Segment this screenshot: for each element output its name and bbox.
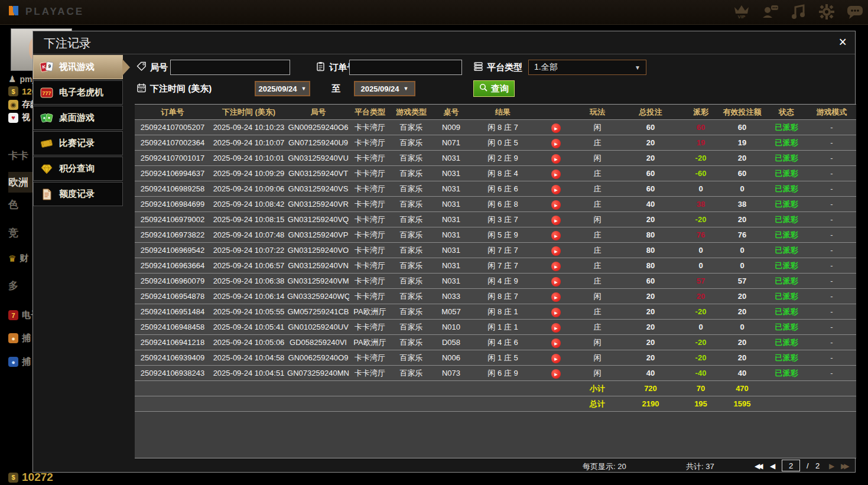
tab-slots-label: 电子老虎机	[59, 87, 103, 98]
bg-nav-fishing-icon: ●	[8, 333, 18, 343]
tab-match-records[interactable]: 比赛记录	[33, 131, 123, 155]
result-cell: 闲 8 庄 4	[470, 166, 535, 181]
last-page-button[interactable]: ▶▶	[841, 462, 847, 470]
search-icon	[479, 83, 488, 94]
game-mode-cell: -	[807, 151, 856, 165]
tab-table-games[interactable]: 桌面游戏	[33, 106, 123, 130]
table-row: 2509241069382432025-09-24 10:04:51GN0732…	[135, 366, 856, 381]
total-bet-cell: 20	[618, 212, 683, 227]
date-to-select[interactable]: 2025/09/24 ▼	[354, 81, 415, 96]
slot-icon: 777	[40, 86, 54, 99]
bg-balance-bottom-label: 10272	[22, 471, 53, 484]
result-cell: 闲 5 庄 9	[470, 227, 535, 242]
empty-cell	[432, 381, 470, 396]
chat-bubble-icon[interactable]	[846, 2, 864, 21]
next-page-button[interactable]: ▶	[829, 462, 834, 470]
tab-match-records-label: 比赛记录	[59, 138, 95, 149]
settings-gear-icon[interactable]	[817, 2, 836, 21]
bg-nav-fishing: ●捕	[8, 333, 31, 344]
music-icon[interactable]	[789, 2, 808, 21]
bet-time-filter-label: 下注时间 (美东)	[136, 81, 212, 96]
play-video-button[interactable]: ▶	[551, 246, 561, 256]
bet-side-cell: 庄	[577, 274, 618, 288]
game-type-cell: 百家乐	[391, 151, 432, 165]
play-video-button[interactable]: ▶	[551, 292, 561, 302]
play-video-button[interactable]: ▶	[551, 369, 561, 379]
tab-points-query[interactable]: 积分查询	[33, 157, 123, 181]
support-chat-icon[interactable]	[760, 2, 779, 21]
total-row-payout: 195	[683, 396, 719, 411]
play-video-button[interactable]: ▶	[551, 216, 561, 225]
game-type-cell: 百家乐	[391, 335, 432, 350]
play-video-button[interactable]: ▶	[551, 123, 561, 133]
play-cell: ▶	[535, 350, 577, 365]
play-video-button[interactable]: ▶	[551, 154, 561, 164]
bg-nav-color: 色	[8, 198, 18, 211]
play-video-button[interactable]: ▶	[551, 262, 561, 271]
round-filter-label: 局号	[136, 60, 168, 75]
play-video-button[interactable]: ▶	[551, 323, 561, 333]
play-video-button[interactable]: ▶	[551, 170, 561, 179]
bg-nav-europe: 欧洲	[8, 172, 34, 193]
column-header: 局号	[287, 105, 349, 119]
time-cell: 2025-09-24 10:05:55	[210, 304, 287, 319]
empty-cell	[470, 396, 535, 411]
tab-quota-records[interactable]: 额度记录	[33, 182, 123, 206]
bet-side-cell: 庄	[577, 135, 618, 150]
status-badge: 已派彩	[766, 335, 807, 350]
play-video-button[interactable]: ▶	[551, 354, 561, 363]
page-input[interactable]	[782, 460, 800, 471]
time-cell: 2025-09-24 10:10:01	[210, 151, 287, 165]
play-video-button[interactable]: ▶	[551, 185, 561, 194]
play-video-button[interactable]: ▶	[551, 338, 561, 348]
play-video-button[interactable]: ▶	[551, 277, 561, 287]
empty-cell	[535, 381, 577, 396]
platform-select[interactable]: 1.全部 ▼	[528, 60, 646, 75]
tab-slots[interactable]: 777电子老虎机	[33, 80, 123, 105]
column-header	[535, 105, 577, 119]
table-row: 2509241069946372025-09-24 10:09:29GN0312…	[135, 166, 856, 181]
bg-nav-fishing-label: 捕	[22, 333, 31, 344]
order-cell: 250924106979002	[135, 212, 210, 227]
ticket-icon	[40, 137, 54, 150]
game-mode-cell: -	[807, 366, 856, 380]
play-cell: ▶	[535, 151, 577, 165]
column-header: 有效投注额	[719, 105, 766, 119]
game-type-cell: 百家乐	[391, 227, 432, 242]
date-from-select[interactable]: 2025/09/24 ▼	[255, 81, 310, 96]
bet-side-cell: 庄	[577, 166, 618, 181]
play-video-button[interactable]: ▶	[551, 231, 561, 240]
platform-cell: 卡卡湾厅	[349, 366, 391, 380]
tab-video-games[interactable]: K9视讯游戏	[33, 55, 123, 79]
first-page-button[interactable]: ◀◀	[755, 462, 760, 470]
valid-bet-cell: 60	[719, 120, 766, 135]
status-badge: 已派彩	[766, 258, 807, 273]
order-input[interactable]	[349, 60, 462, 75]
modal-sidebar-tabs: K9视讯游戏777电子老虎机桌面游戏比赛记录积分查询额度记录	[33, 55, 123, 207]
total-row-total-bet: 2190	[618, 396, 683, 411]
close-icon[interactable]: ×	[839, 34, 847, 50]
valid-bet-cell: 19	[719, 135, 766, 150]
table-no-cell: D058	[432, 335, 470, 350]
empty-cell	[135, 396, 210, 411]
search-button[interactable]: 查询	[473, 80, 515, 97]
game-type-cell: 百家乐	[391, 243, 432, 258]
platform-cell: 卡卡湾厅	[349, 181, 391, 196]
game-mode-cell: -	[807, 243, 856, 258]
result-cell: 闲 4 庄 9	[470, 274, 535, 288]
gem-icon	[40, 162, 54, 175]
round-input[interactable]	[170, 60, 290, 75]
platform-filter-label: 平台类型	[473, 60, 522, 75]
prev-page-button[interactable]: ◀	[770, 462, 775, 470]
vip-icon[interactable]: VIP	[732, 2, 751, 21]
column-header: 玩法	[577, 105, 618, 119]
total-pages: 2	[815, 461, 820, 470]
tab-quota-records-label: 额度记录	[59, 188, 95, 200]
platform-cell: 卡卡湾厅	[349, 135, 391, 150]
play-video-button[interactable]: ▶	[551, 139, 561, 148]
play-video-button[interactable]: ▶	[551, 308, 561, 317]
play-video-button[interactable]: ▶	[551, 200, 561, 210]
platform-cell: 卡卡湾厅	[349, 350, 391, 365]
total-row: 总计21901951595	[135, 396, 856, 412]
status-badge: 已派彩	[766, 366, 807, 380]
